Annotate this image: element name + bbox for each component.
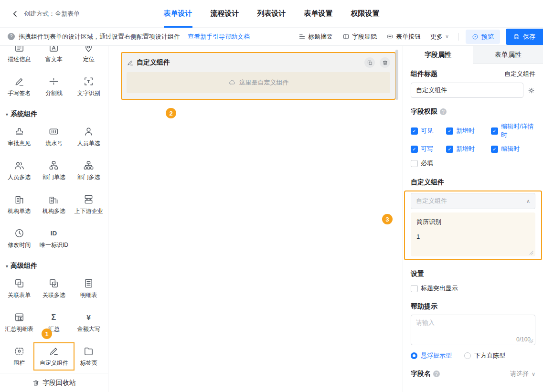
dropdown-option-1[interactable]: 1 — [411, 230, 535, 244]
sidebar-item-upstream-downstream[interactable]: 上下游企业 — [71, 194, 106, 215]
sidebar-item-summary-detail-table[interactable]: 汇总明细表 — [2, 312, 37, 333]
sidebar-item-serial-number[interactable]: 流水号 — [37, 126, 72, 148]
save-icon — [513, 33, 520, 40]
sidebar-item-dept-multi[interactable]: 部门多选 — [71, 160, 106, 181]
radio-floating-tip[interactable]: 悬浮提示型 — [411, 351, 452, 360]
building-icon — [14, 194, 25, 205]
canvas-scrollbar[interactable] — [395, 50, 398, 100]
sidebar-item-org-single[interactable]: 机构单选 — [2, 194, 37, 215]
triangle-down-icon: ▾ — [6, 112, 8, 117]
sidebar-item-detail-table[interactable]: 明细表 — [71, 278, 106, 299]
custom-component-icon — [48, 346, 59, 357]
trash-icon — [382, 60, 388, 66]
org-tree-multi-icon — [83, 160, 94, 171]
form-button-icon — [386, 33, 394, 40]
delete-button[interactable] — [380, 57, 390, 68]
geofence-icon — [14, 346, 25, 357]
pencil-icon — [127, 59, 134, 66]
sidebar-item-description-info[interactable]: 描述信息 — [2, 46, 37, 64]
sidebar-item-summary[interactable]: Σ 汇总 — [37, 312, 72, 333]
tab-form-properties[interactable]: 表单属性 — [473, 46, 543, 64]
help-tip-box: 0/100 — [411, 315, 535, 345]
rich-text-icon — [48, 46, 59, 53]
annotation-step-2: 2 — [166, 108, 176, 118]
sidebar-item-org-multi[interactable]: 机构多选 — [37, 194, 72, 215]
section-system-components[interactable]: ▾ 系统组件 — [6, 110, 107, 118]
checkbox-visible-on-create[interactable]: ✓ 新增时 — [446, 122, 491, 139]
field-recycle-bin[interactable]: 字段回收站 — [0, 373, 108, 392]
checkbox-writable[interactable]: ✓ 可写 — [411, 145, 446, 153]
basic-components-grid: 描述信息 富文本 定位 手写签名 — [1, 46, 107, 100]
sidebar-item-unique-id[interactable]: ID 唯一标识ID — [37, 228, 72, 249]
radio-selected-icon — [411, 352, 417, 359]
help-doc-link[interactable]: 查看新手引导帮助文档 — [188, 32, 250, 41]
more-menu-button[interactable]: 更多 ∨ — [430, 32, 449, 41]
checkbox-writable-on-edit[interactable]: ✓ 编辑时 — [491, 145, 535, 153]
sidebar-item-approval-comment[interactable]: 审批意见 — [2, 126, 37, 148]
people-icon — [14, 160, 25, 171]
sidebar-item-amount-words[interactable]: ¥ 金额大写 — [71, 312, 106, 333]
creation-mode-label: 创建方式：全新表单 — [24, 10, 80, 18]
component-title-input[interactable] — [411, 83, 523, 98]
resize-handle-icon[interactable] — [529, 251, 533, 255]
dropdown-option-resume-recognition[interactable]: 简历识别 — [411, 214, 535, 230]
sigma-icon: Σ — [48, 312, 59, 323]
preview-button[interactable]: 预览 — [466, 30, 500, 44]
tab-form-design[interactable]: 表单设计 — [164, 0, 192, 28]
sidebar-item-linked-form[interactable]: 关联表单 — [2, 278, 37, 299]
tab-field-properties[interactable]: 字段属性 — [403, 46, 473, 64]
sidebar-item-dept-single[interactable]: 部门单选 — [37, 160, 72, 181]
save-button[interactable]: 保存 — [506, 29, 543, 45]
custom-component-card[interactable]: 自定义组件 这里是自定义组件 — [121, 52, 396, 100]
sidebar-item-person-multi[interactable]: 人员多选 — [2, 160, 37, 181]
sidebar-item-divider[interactable]: 分割线 — [37, 76, 72, 97]
sidebar-item-linked-multi[interactable]: 关联多选 — [37, 278, 72, 299]
summary-table-icon — [14, 312, 25, 323]
resize-handle-icon[interactable] — [529, 339, 533, 343]
tab-form-settings[interactable]: 表单设置 — [304, 0, 333, 28]
checkbox-writable-on-create[interactable]: ✓ 新增时 — [446, 145, 491, 153]
section-advanced-components[interactable]: ▾ 高级组件 — [6, 262, 107, 270]
sidebar-item-signature[interactable]: 手写签名 — [2, 76, 37, 97]
back-button[interactable] — [10, 8, 21, 20]
tab-permission-settings[interactable]: 权限设置 — [351, 0, 380, 28]
tab-flow-design[interactable]: 流程设计 — [211, 0, 239, 28]
tab-page-icon — [83, 346, 94, 357]
radio-below-tip[interactable]: 下方直陈型 — [464, 351, 505, 360]
field-visibility-button[interactable]: 字段显隐 — [342, 32, 377, 41]
info-icon: ? — [8, 33, 15, 40]
sidebar-item-geofence[interactable]: 围栏 — [2, 346, 37, 367]
sidebar-item-person-single[interactable]: 人员单选 — [71, 126, 106, 148]
custom-component-select[interactable]: 自定义组件 ∧ — [411, 193, 535, 209]
form-canvas[interactable]: 自定义组件 这里是自定义组件 — [108, 46, 403, 392]
gear-icon[interactable] — [527, 86, 535, 95]
chevron-up-icon: ∧ — [526, 198, 530, 204]
help-tip-input[interactable] — [416, 318, 530, 335]
yen-icon: ¥ — [83, 312, 94, 323]
custom-component-dropdown: 简历识别 1 — [411, 212, 535, 256]
copy-button[interactable] — [364, 57, 375, 68]
serial-number-icon — [48, 126, 59, 137]
info-icon: ? — [433, 371, 440, 377]
form-buttons-button[interactable]: 表单按钮 — [386, 32, 421, 41]
sidebar-item-modified-time[interactable]: 修改时间 — [2, 228, 37, 249]
checkbox-visible[interactable]: ✓ 可见 — [411, 122, 446, 139]
checked-icon: ✓ — [411, 146, 418, 153]
sidebar-item-ocr[interactable]: 文字识别 — [71, 76, 106, 97]
sidebar-item-rich-text[interactable]: 富文本 — [37, 46, 72, 64]
unchecked-icon — [411, 160, 418, 167]
summary-lines-icon — [298, 33, 306, 40]
trash-icon — [32, 379, 40, 387]
sidebar-item-custom-component[interactable]: 自定义组件 — [37, 346, 72, 367]
component-title-value: 自定义组件 — [504, 70, 535, 78]
sidebar-item-location[interactable]: 定位 — [71, 46, 106, 64]
checkbox-required[interactable]: 必填 — [411, 159, 535, 168]
field-name-select[interactable]: 请选择 ∨ — [510, 370, 535, 378]
tab-list-design[interactable]: 列表设计 — [257, 0, 286, 28]
checkbox-visible-on-edit-detail[interactable]: ✓ 编辑时/详情时 — [491, 122, 535, 139]
checkbox-title-highlight[interactable]: 标题突出显示 — [411, 284, 535, 293]
title-summary-button[interactable]: 标题摘要 — [298, 32, 333, 41]
chevron-left-icon — [11, 10, 20, 18]
svg-text:ID: ID — [51, 230, 57, 237]
sidebar-item-tab-page[interactable]: 标签页 — [71, 346, 106, 367]
